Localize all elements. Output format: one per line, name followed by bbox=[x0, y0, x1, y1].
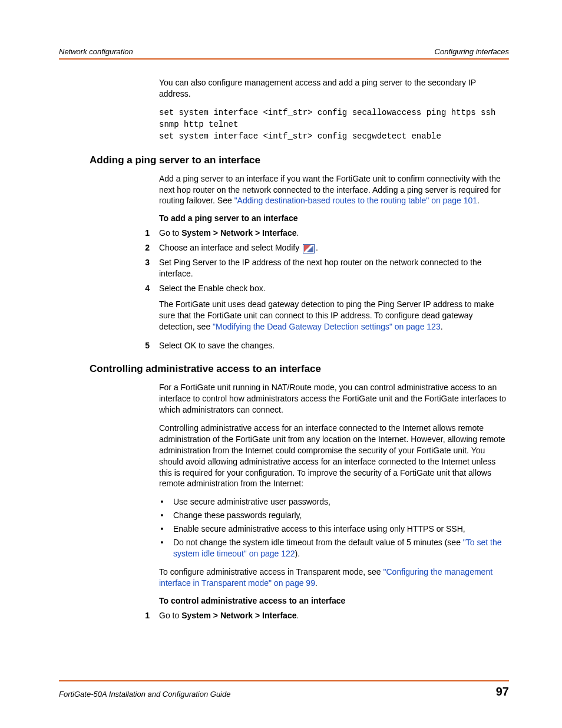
text: . bbox=[296, 228, 299, 238]
text: The FortiGate unit uses dead gateway det… bbox=[159, 299, 509, 332]
text: . bbox=[441, 322, 443, 331]
text: Choose an interface and select Modify bbox=[159, 243, 302, 252]
intro-block: You can also configure management access… bbox=[159, 77, 509, 143]
step-body: Go to System > Network > Interface. bbox=[159, 610, 509, 621]
text: Go to bbox=[159, 611, 181, 620]
bullet-1: • Use secure administrative user passwor… bbox=[159, 496, 509, 508]
bullet-2: • Change these passwords regularly, bbox=[159, 510, 509, 521]
code-block: set system interface <intf_str> config s… bbox=[159, 107, 509, 143]
bullet-text: Use secure administrative user passwords… bbox=[173, 496, 509, 508]
subheading-add-ping: To add a ping server to an interface bbox=[159, 213, 509, 223]
heading-ping-server: Adding a ping server to an interface bbox=[90, 154, 509, 166]
text: Select the Enable check box. bbox=[159, 283, 509, 294]
step-body: Go to System > Network > Interface. bbox=[159, 228, 509, 239]
page: Network configuration Configuring interf… bbox=[0, 0, 562, 728]
step-body: Select OK to save the changes. bbox=[159, 340, 509, 351]
step-number: 3 bbox=[135, 257, 150, 279]
step-number: 1 bbox=[135, 610, 150, 621]
nav-path: System > Network > Interface bbox=[181, 611, 296, 620]
bullet-3: • Enable secure administrative access to… bbox=[159, 523, 509, 535]
text: Do not change the system idle timeout fr… bbox=[173, 538, 463, 547]
bullet-text: Do not change the system idle timeout fr… bbox=[173, 537, 509, 559]
modify-icon bbox=[303, 244, 315, 253]
section-admin-body: For a FortiGate unit running in NAT/Rout… bbox=[159, 382, 509, 621]
text: To configure administrative access in Tr… bbox=[159, 567, 384, 577]
bullet-marker: • bbox=[159, 523, 165, 535]
header-right: Configuring interfaces bbox=[435, 47, 509, 56]
admin-p2: Controlling administrative access for an… bbox=[159, 423, 509, 489]
step-body: Select the Enable check box. The FortiGa… bbox=[159, 283, 509, 337]
step-4: 4 Select the Enable check box. The Forti… bbox=[159, 283, 509, 337]
bullet-4: • Do not change the system idle timeout … bbox=[159, 537, 509, 559]
link-routing-table[interactable]: "Adding destination-based routes to the … bbox=[234, 196, 477, 205]
step-body: Choose an interface and select Modify . bbox=[159, 242, 509, 253]
intro-para: You can also configure management access… bbox=[159, 77, 509, 100]
bullet-text: Enable secure administrative access to t… bbox=[173, 523, 509, 535]
nav-path: System > Network > Interface bbox=[181, 228, 296, 238]
admin-step-1: 1 Go to System > Network > Interface. bbox=[159, 610, 509, 621]
admin-p1: For a FortiGate unit running in NAT/Rout… bbox=[159, 382, 509, 416]
bullet-text: Change these passwords regularly, bbox=[173, 510, 509, 521]
step-number: 4 bbox=[135, 283, 150, 337]
step-number: 1 bbox=[135, 228, 150, 239]
subheading-control-admin: To control administrative access to an i… bbox=[159, 596, 509, 605]
running-header: Network configuration Configuring interf… bbox=[59, 47, 509, 60]
text: . bbox=[315, 578, 318, 588]
text: Go to bbox=[159, 228, 181, 238]
link-dead-gateway[interactable]: "Modifying the Dead Gateway Detection se… bbox=[213, 322, 441, 331]
bullet-marker: • bbox=[159, 496, 165, 508]
page-footer: FortiGate-50A Installation and Configura… bbox=[59, 680, 509, 699]
bullet-marker: • bbox=[159, 510, 165, 521]
heading-admin-access: Controlling administrative access to an … bbox=[90, 363, 509, 375]
bullet-marker: • bbox=[159, 537, 165, 559]
text: . bbox=[296, 611, 299, 620]
page-number: 97 bbox=[496, 685, 509, 699]
header-left: Network configuration bbox=[59, 47, 133, 56]
text: . bbox=[316, 243, 318, 252]
step-5: 5 Select OK to save the changes. bbox=[159, 340, 509, 351]
text: . bbox=[477, 196, 480, 205]
footer-title: FortiGate-50A Installation and Configura… bbox=[59, 690, 230, 699]
text: ). bbox=[295, 549, 300, 558]
step-number: 5 bbox=[135, 340, 150, 351]
step-3: 3 Set Ping Server to the IP address of t… bbox=[159, 257, 509, 279]
step-2: 2 Choose an interface and select Modify … bbox=[159, 242, 509, 253]
step-number: 2 bbox=[135, 242, 150, 253]
step-body: Set Ping Server to the IP address of the… bbox=[159, 257, 509, 279]
section-ping-body: Add a ping server to an interface if you… bbox=[159, 173, 509, 352]
ping-lead: Add a ping server to an interface if you… bbox=[159, 173, 509, 207]
step-1: 1 Go to System > Network > Interface. bbox=[159, 228, 509, 239]
admin-p3: To configure administrative access in Tr… bbox=[159, 566, 509, 589]
